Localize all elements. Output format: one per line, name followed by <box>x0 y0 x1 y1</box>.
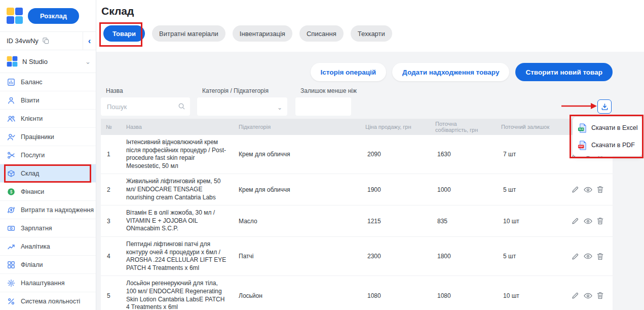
cell-price: 2090 <box>360 135 430 174</box>
edit-icon[interactable] <box>572 186 579 193</box>
stock-filter-label: Залишок менше ніж <box>300 87 357 94</box>
sidebar-item-balance[interactable]: Баланс <box>0 73 96 91</box>
sidebar-item-label: Зарплатня <box>21 225 52 232</box>
cell-cost: 835 <box>430 205 496 237</box>
delete-icon[interactable] <box>597 253 603 260</box>
sidebar-item-label: Налаштування <box>21 280 64 287</box>
category-filter-label: Категорія / Підкатегорія <box>202 87 287 94</box>
sidebar-item-settings[interactable]: Налаштування <box>0 274 96 292</box>
view-icon[interactable] <box>584 293 592 299</box>
products-table: №НазваПідкатегоріяЦіна продажу, грнПоточ… <box>101 119 613 310</box>
history-button[interactable]: Історія операцій <box>311 63 387 81</box>
sidebar-item-employees[interactable]: Працівники <box>0 128 96 146</box>
view-icon[interactable] <box>584 187 592 193</box>
tab-2[interactable]: Інвентаризація <box>233 25 292 42</box>
visits-icon <box>7 96 15 105</box>
tab-1[interactable]: Витратні матеріали <box>152 25 225 42</box>
table-row: 1Інтенсивний відновлюючий крем після про… <box>101 135 613 174</box>
copy-icon[interactable] <box>43 38 49 44</box>
sidebar-item-label: Склад <box>21 170 39 177</box>
studio-selector[interactable]: N Studio ⌄ <box>0 50 96 73</box>
finance-icon: $ <box>7 188 15 196</box>
search-input[interactable] <box>101 97 190 116</box>
tab-4[interactable]: Техкарти <box>351 25 392 42</box>
download-pdf-item[interactable]: PDF Скачати в PDF <box>573 136 642 154</box>
cell-subcategory: Патчі <box>234 236 360 275</box>
sidebar-item-label: Аналітика <box>21 243 50 250</box>
cell-price: 1900 <box>360 174 430 205</box>
loyalty-icon <box>7 297 15 305</box>
sidebar-item-label: Фінанси <box>21 188 44 195</box>
delete-icon[interactable] <box>597 217 603 225</box>
cell-stock: 10 шт <box>496 276 562 310</box>
view-icon[interactable] <box>584 218 592 224</box>
column-header: Ціна продажу, грн <box>360 119 430 135</box>
table-header-row: №НазваПідкатегоріяЦіна продажу, грнПоточ… <box>101 119 613 135</box>
cell-num: 3 <box>101 205 121 237</box>
sidebar-item-salary[interactable]: Зарплатня <box>0 219 96 237</box>
app-logo <box>6 7 23 24</box>
tab-3[interactable]: Списання <box>299 25 344 42</box>
tab-bar: ТовариВитратні матеріалиІнвентаризаціяСп… <box>103 25 644 42</box>
page-header: Склад ТовариВитратні матеріалиІнвентариз… <box>96 0 644 52</box>
svg-text:PDF: PDF <box>579 145 583 148</box>
sidebar-item-warehouse[interactable]: Склад <box>0 164 96 183</box>
view-icon[interactable] <box>584 253 592 259</box>
collapse-sidebar-icon[interactable]: ‹ <box>83 32 96 50</box>
cell-cost: 1080 <box>430 276 496 310</box>
sidebar-item-analytics[interactable]: Аналітика <box>0 237 96 256</box>
edit-icon[interactable] <box>572 253 579 260</box>
cell-subcategory: Лосьйон <box>234 276 360 310</box>
sidebar-item-label: Система лояльності <box>21 298 80 305</box>
cell-name: Живильний ліфтинговий крем, 50 мл/ ENDOC… <box>121 174 234 205</box>
cell-actions <box>562 236 613 275</box>
main-content: Історія операцій Додати надходження това… <box>96 52 644 310</box>
edit-icon[interactable] <box>572 292 579 299</box>
branches-icon <box>7 261 15 269</box>
column-header: Назва <box>121 119 234 135</box>
studio-logo <box>7 56 18 67</box>
create-product-button[interactable]: Створити новий товар <box>515 63 613 81</box>
cell-stock: 5 шт <box>496 174 562 205</box>
sidebar-item-expenses[interactable]: Витрати та надходження <box>0 201 96 219</box>
download-excel-label: Скачати в Excel <box>591 124 638 131</box>
search-icon <box>178 102 185 110</box>
cell-stock: 5 шт <box>496 236 562 275</box>
table-row: 5Лосьйон регенеруючий для тіла, 100 мл/ … <box>101 276 613 310</box>
chevron-down-icon: ⌄ <box>85 58 91 65</box>
download-button[interactable] <box>597 99 612 114</box>
edit-icon[interactable] <box>572 217 579 225</box>
cell-stock: 7 шт <box>496 135 562 174</box>
cell-name: Вітамін Е в олії жожоба, 30 мл / VITAMIN… <box>121 205 234 237</box>
sidebar-item-clients[interactable]: Клієнти <box>0 110 96 128</box>
tab-0[interactable]: Товари <box>103 25 145 42</box>
sidebar-item-visits[interactable]: Візити <box>0 91 96 110</box>
sidebar-item-label: Філіали <box>21 261 43 268</box>
add-incoming-button[interactable]: Додати надходження товару <box>392 63 509 81</box>
cell-stock: 10 шт <box>496 205 562 237</box>
salary-icon <box>7 224 15 232</box>
column-header: Підкатегорія <box>234 119 360 135</box>
cell-price: 1215 <box>360 205 430 237</box>
sidebar-item-branches[interactable]: Філіали <box>0 256 96 274</box>
column-header: Поточна собівартість, грн <box>430 119 496 135</box>
sidebar-item-finance[interactable]: $Фінанси <box>0 183 96 201</box>
download-excel-item[interactable]: XLS Скачати в Excel <box>573 119 642 136</box>
category-select[interactable]: ⌄ <box>197 97 287 116</box>
schedule-button[interactable]: Розклад <box>28 8 79 24</box>
column-header: № <box>101 119 121 135</box>
delete-icon[interactable] <box>597 292 603 299</box>
studio-name: N Studio <box>22 58 48 65</box>
delete-icon[interactable] <box>597 186 603 193</box>
sidebar-item-services[interactable]: Послуги <box>0 146 96 164</box>
cell-price: 2300 <box>360 236 430 275</box>
warehouse-icon <box>7 169 15 178</box>
user-id-row: ID 34vwNy ‹ <box>0 31 96 50</box>
sidebar-item-loyalty[interactable]: Система лояльності <box>0 292 96 310</box>
sidebar: Розклад ID 34vwNy ‹ N Studio ⌄ БалансВіз… <box>0 0 96 310</box>
stock-threshold-input[interactable] <box>295 97 351 116</box>
cell-actions <box>562 276 613 310</box>
excel-file-icon: XLS <box>578 123 587 133</box>
name-filter-label: Назва <box>106 87 190 94</box>
cell-actions <box>562 174 613 205</box>
